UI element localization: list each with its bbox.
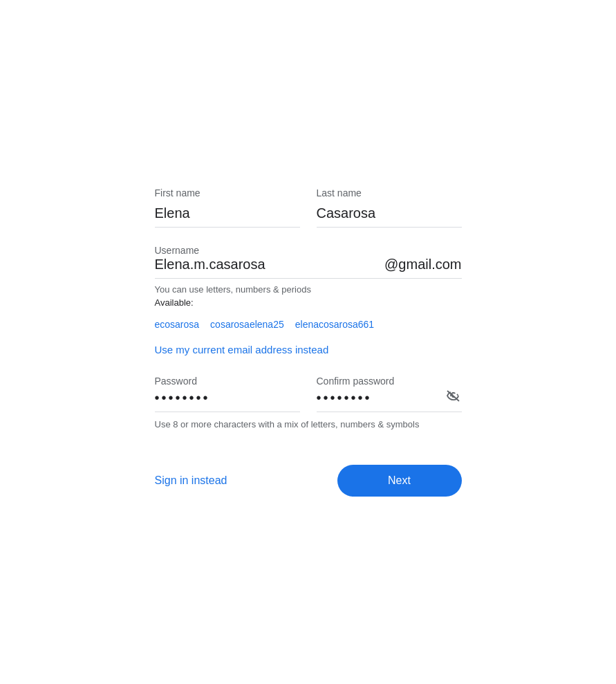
password-section: Password Confirm password Use 8 or more xyxy=(155,375,462,432)
password-hint: Use 8 or more characters with a mix of l… xyxy=(155,418,462,432)
first-name-group: First name xyxy=(155,187,300,228)
eye-off-icon xyxy=(445,387,462,404)
next-button[interactable]: Next xyxy=(337,465,462,497)
available-label: Available: xyxy=(155,297,462,308)
username-input[interactable] xyxy=(155,257,385,272)
username-label: Username xyxy=(155,245,200,256)
sign-in-button[interactable]: Sign in instead xyxy=(155,474,227,487)
suggestion-3[interactable]: elenacosarosa661 xyxy=(295,319,374,330)
last-name-group: Last name xyxy=(317,187,462,228)
suggestion-1[interactable]: ecosarosa xyxy=(155,319,200,330)
first-name-input[interactable] xyxy=(155,203,300,228)
suggestions-row: ecosarosa cosarosaelena25 elenacosarosa6… xyxy=(155,319,462,330)
first-name-label: First name xyxy=(155,187,300,198)
confirm-password-input[interactable] xyxy=(317,387,462,412)
password-label: Password xyxy=(155,376,197,387)
name-row: First name Last name xyxy=(155,187,462,228)
confirm-password-group: Confirm password xyxy=(317,375,462,412)
suggestion-2[interactable]: cosarosaelena25 xyxy=(210,319,284,330)
username-row: @gmail.com xyxy=(155,257,462,279)
actions-row: Sign in instead Next xyxy=(155,465,462,497)
username-section: Username @gmail.com You can use letters,… xyxy=(155,244,462,308)
last-name-input[interactable] xyxy=(317,203,462,228)
signup-form: First name Last name Username @gmail.com… xyxy=(122,160,495,524)
password-row: Password Confirm password xyxy=(155,375,462,412)
use-email-link[interactable]: Use my current email address instead xyxy=(155,344,462,355)
toggle-visibility-button[interactable] xyxy=(445,387,462,407)
gmail-suffix: @gmail.com xyxy=(384,257,461,272)
password-group: Password xyxy=(155,375,300,412)
username-helper-text: You can use letters, numbers & periods xyxy=(155,284,462,295)
last-name-label: Last name xyxy=(317,187,462,198)
confirm-password-label: Confirm password xyxy=(317,376,395,387)
password-input[interactable] xyxy=(155,387,300,412)
